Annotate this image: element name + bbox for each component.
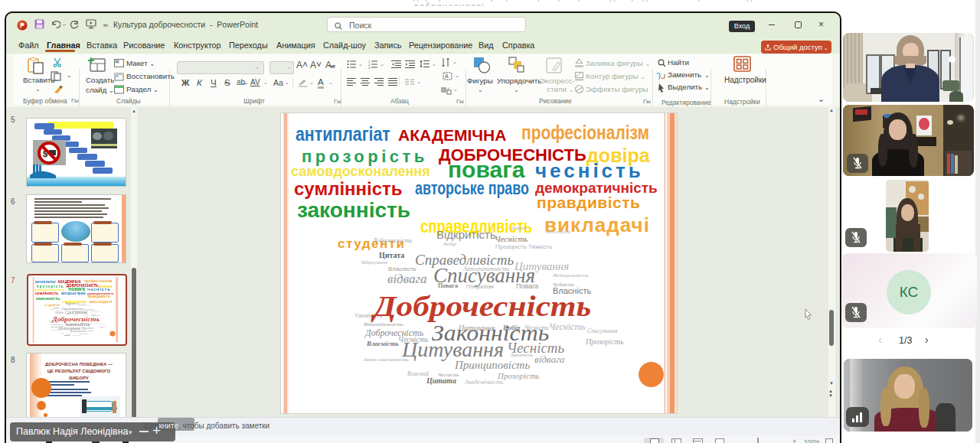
- svg-text:A: A: [445, 73, 449, 79]
- svg-text:3: 3: [368, 66, 371, 70]
